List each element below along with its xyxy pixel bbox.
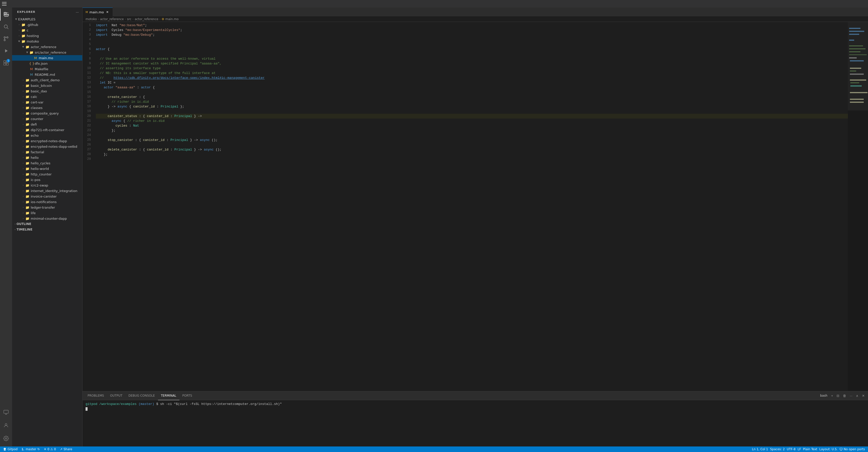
status-spaces[interactable]: Spaces: 2 [769, 447, 786, 452]
breadcrumb-filename[interactable]: main.mo [165, 18, 179, 21]
sidebar-item-basic-dao[interactable]: › 📁 basic_dao [12, 88, 82, 94]
outline-section[interactable]: › OUTLINE [12, 221, 82, 227]
sidebar-item-actor-reference[interactable]: ▼ 📁 actor_reference [12, 44, 82, 50]
sidebar-item-examples[interactable]: ▼ EXAMPLES [12, 17, 82, 22]
panel-maximize[interactable]: ∧ [855, 393, 860, 398]
sidebar-item-hello-cycles[interactable]: › 📁 hello_cycles [12, 160, 82, 166]
sidebar-item-ledger[interactable]: › 📁 ledger-transfer [12, 205, 82, 210]
sidebar-item-enc-notes[interactable]: › 📁 encrypted-notes-dapp [12, 138, 82, 144]
sidebar-item-factorial[interactable]: › 📁 factorial [12, 149, 82, 155]
sidebar-item-c[interactable]: › 📁 c [12, 27, 82, 33]
sidebar-item-motoko[interactable]: ▼ 📁 motoko [12, 38, 82, 44]
status-branch[interactable]: master ↻ [21, 447, 41, 452]
panel-close[interactable]: ✕ [861, 393, 866, 398]
sidebar-item-dip721[interactable]: › 📁 dip721-nft-container [12, 127, 82, 132]
status-errors[interactable]: ✕ 0 ⚠ 0 [43, 447, 57, 452]
sidebar-item-echo[interactable]: › 📁 echo [12, 132, 82, 138]
activity-remote[interactable] [0, 406, 12, 418]
sidebar-item-hosting[interactable]: › 📁 hosting [12, 33, 82, 38]
tab-main-mo-close[interactable]: ✕ [105, 10, 110, 14]
editor-scroll[interactable]: 1 2 3 4 5 6 7 8 9 10 11 12 13 14 [83, 22, 848, 391]
code-line-22: cycles : Nat [96, 123, 848, 128]
sidebar-item-hello[interactable]: › 📁 hello [12, 155, 82, 160]
menu-icon[interactable] [2, 2, 6, 5]
iii-folder-icon: 📁 [25, 189, 30, 193]
sidebar-item-invoice[interactable]: › 📁 invoice-canister [12, 193, 82, 199]
editor-container: 1 2 3 4 5 6 7 8 9 10 11 12 13 14 [83, 22, 868, 391]
ports-icon [840, 448, 843, 451]
status-gitpod[interactable]: Gitpod [2, 447, 19, 452]
status-line-ending[interactable]: LF [797, 447, 802, 452]
ln-3: 3 [85, 32, 91, 37]
sidebar-more-actions[interactable]: ··· [75, 9, 79, 14]
sidebar-item-life[interactable]: › 📁 life [12, 210, 82, 216]
panel-kill-terminal[interactable]: 🗑 [842, 393, 847, 398]
activity-accounts[interactable] [0, 419, 12, 431]
sidebar-item-main-mo[interactable]: M main.mo [12, 55, 82, 61]
status-encoding[interactable]: UTF-8 [786, 447, 797, 452]
breadcrumb-src[interactable]: src [127, 18, 132, 21]
sidebar-item-makefile[interactable]: M Makefile [12, 66, 82, 72]
svg-rect-7 [4, 61, 6, 63]
c-folder-icon: 📁 [21, 28, 26, 32]
sidebar-item-basic-bitcoin[interactable]: › 📁 basic_bitcoin [12, 83, 82, 88]
breadcrumb-motoko[interactable]: motoko [86, 18, 97, 21]
sidebar-item-dfx-json[interactable]: { } dfx.json [12, 61, 82, 66]
activity-run[interactable] [0, 45, 12, 57]
status-share[interactable]: ↗ Share [59, 447, 73, 452]
src-folder-icon: 📁 [29, 51, 34, 54]
code-line-23: }; [96, 128, 848, 133]
timeline-section[interactable]: › TIMELINE [12, 227, 82, 232]
sidebar-item-enc-vetkd[interactable]: › 📁 encrypted-notes-dapp-vetkd [12, 144, 82, 149]
sidebar-item-http-counter[interactable]: › 📁 http_counter [12, 171, 82, 177]
status-language[interactable]: Plain Text [802, 447, 818, 452]
panel-tab-terminal[interactable]: TERMINAL [158, 391, 179, 400]
echo-label: echo [31, 133, 80, 138]
dip-folder-icon: 📁 [25, 128, 30, 132]
status-layout[interactable]: Layout: U.S. [818, 447, 839, 452]
sidebar-item-cert-var[interactable]: › 📁 cert-var [12, 99, 82, 105]
dfx-label: dfx.json [35, 62, 80, 65]
panel-tab-ports[interactable]: PORTS [179, 391, 195, 400]
hosting-arrow: › [17, 34, 21, 37]
breadcrumb-actor-ref2[interactable]: actor_reference [134, 18, 158, 21]
code-area: 1 2 3 4 5 6 7 8 9 10 11 12 13 14 [83, 22, 848, 391]
panel-tab-problems[interactable]: PROBLEMS [85, 391, 107, 400]
sidebar-item-hello-world[interactable]: › 📁 hello-world [12, 166, 82, 171]
terminal-content[interactable]: gitpod /workspace/examples (master) $ sh… [83, 400, 868, 447]
sidebar-item-minimal-counter[interactable]: › 📁 minimal-counter-dapp [12, 216, 82, 221]
panel-add-terminal[interactable]: + [830, 393, 835, 398]
sidebar-item-calc[interactable]: › 📁 calc [12, 94, 82, 99]
hc-label: hello_cycles [31, 161, 80, 165]
tab-main-mo[interactable]: M main.mo ✕ [83, 7, 113, 17]
sidebar-item-defi[interactable]: › 📁 defi [12, 122, 82, 127]
sidebar-item-src[interactable]: ▼ 📁 src/actor_reference [12, 50, 82, 55]
sidebar-item-ic-pos[interactable]: › 📁 ic-pos [12, 177, 82, 182]
activity-search[interactable] [0, 21, 12, 33]
sidebar-item-github[interactable]: › 📁 .github [12, 22, 82, 27]
enc-folder-icon: 📁 [25, 139, 30, 143]
panel-tab-output[interactable]: OUTPUT [107, 391, 126, 400]
breadcrumb-actor-ref[interactable]: actor_reference [100, 18, 124, 21]
sidebar-item-classes[interactable]: › 📁 classes [12, 105, 82, 111]
sidebar-item-iii[interactable]: › 📁 internet_identity_integration [12, 188, 82, 193]
sidebar-item-composite-query[interactable]: › 📁 composite_query [12, 111, 82, 116]
inv-label: invoice-canister [31, 194, 80, 198]
panel-more-actions[interactable]: ··· [848, 393, 854, 398]
code-lines[interactable]: import Nat "mo:base/Nat"; import Cycles … [94, 22, 848, 391]
activity-explorer[interactable] [0, 8, 12, 21]
sidebar-item-ios[interactable]: › 📁 ios-notifications [12, 199, 82, 205]
activity-source-control[interactable] [0, 33, 12, 45]
sidebar-item-counter[interactable]: › 📁 counter [12, 116, 82, 122]
status-gitpod-label: Gitpod [7, 448, 18, 451]
status-ports[interactable]: No open ports [839, 447, 866, 452]
activity-extensions[interactable]: 1 [0, 57, 12, 69]
panel-tab-debug-console[interactable]: DEBUG CONSOLE [125, 391, 158, 400]
sidebar-item-readme[interactable]: M README.md [12, 72, 82, 77]
sidebar-item-icrc2[interactable]: › 📁 icrc2-swap [12, 182, 82, 188]
c-arrow: › [17, 29, 21, 31]
sidebar-item-auth-client[interactable]: › 📁 auth_client_demo [12, 77, 82, 83]
panel-split-terminal[interactable]: ⊟ [835, 393, 841, 398]
activity-settings[interactable] [0, 432, 12, 445]
status-position[interactable]: Ln 1, Col 1 [751, 447, 769, 452]
